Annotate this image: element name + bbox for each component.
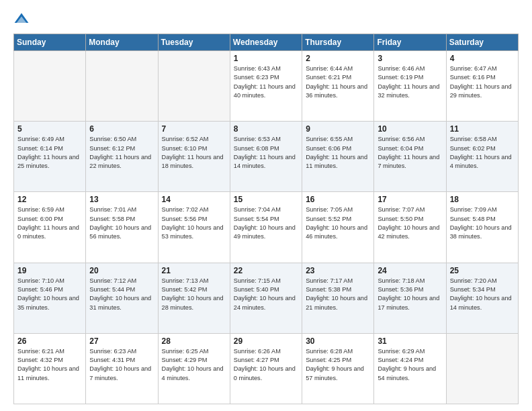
day-info: Sunrise: 6:26 AM Sunset: 4:27 PM Dayligh… bbox=[234, 347, 298, 383]
day-number: 25 bbox=[450, 266, 515, 275]
day-info: Sunrise: 7:20 AM Sunset: 5:34 PM Dayligh… bbox=[450, 277, 515, 312]
day-header-saturday: Saturday bbox=[446, 34, 518, 51]
day-cell: 23Sunrise: 7:17 AM Sunset: 5:38 PM Dayli… bbox=[302, 263, 374, 333]
day-info: Sunrise: 6:49 AM Sunset: 6:14 PM Dayligh… bbox=[17, 135, 82, 171]
day-cell: 26Sunrise: 6:21 AM Sunset: 4:32 PM Dayli… bbox=[14, 333, 86, 404]
day-cell: 19Sunrise: 7:10 AM Sunset: 5:46 PM Dayli… bbox=[14, 263, 86, 333]
day-number: 6 bbox=[89, 124, 154, 134]
day-cell: 3Sunrise: 6:46 AM Sunset: 6:19 PM Daylig… bbox=[374, 51, 446, 122]
day-cell: 21Sunrise: 7:13 AM Sunset: 5:42 PM Dayli… bbox=[158, 263, 230, 333]
week-row-1: 1Sunrise: 6:43 AM Sunset: 6:23 PM Daylig… bbox=[14, 51, 519, 122]
day-info: Sunrise: 6:55 AM Sunset: 6:06 PM Dayligh… bbox=[306, 135, 370, 171]
day-cell: 20Sunrise: 7:12 AM Sunset: 5:44 PM Dayli… bbox=[86, 263, 158, 333]
day-number: 15 bbox=[234, 195, 298, 204]
day-info: Sunrise: 6:25 AM Sunset: 4:29 PM Dayligh… bbox=[162, 347, 226, 383]
day-info: Sunrise: 6:21 AM Sunset: 4:32 PM Dayligh… bbox=[17, 347, 82, 383]
day-info: Sunrise: 6:50 AM Sunset: 6:12 PM Dayligh… bbox=[89, 135, 154, 171]
day-number: 2 bbox=[306, 54, 370, 63]
day-info: Sunrise: 6:44 AM Sunset: 6:21 PM Dayligh… bbox=[306, 64, 370, 100]
day-header-sunday: Sunday bbox=[14, 34, 86, 51]
day-info: Sunrise: 7:15 AM Sunset: 5:40 PM Dayligh… bbox=[234, 277, 298, 312]
day-header-monday: Monday bbox=[86, 34, 158, 51]
day-number: 17 bbox=[378, 195, 442, 204]
day-info: Sunrise: 6:43 AM Sunset: 6:23 PM Dayligh… bbox=[234, 64, 298, 100]
day-cell bbox=[14, 51, 86, 122]
day-number: 23 bbox=[306, 266, 370, 275]
day-cell: 28Sunrise: 6:25 AM Sunset: 4:29 PM Dayli… bbox=[158, 333, 230, 404]
day-number: 8 bbox=[234, 124, 298, 134]
day-number: 22 bbox=[234, 266, 298, 275]
day-cell: 15Sunrise: 7:04 AM Sunset: 5:54 PM Dayli… bbox=[230, 192, 302, 263]
day-cell: 16Sunrise: 7:05 AM Sunset: 5:52 PM Dayli… bbox=[302, 192, 374, 263]
day-header-tuesday: Tuesday bbox=[158, 34, 230, 51]
day-info: Sunrise: 7:02 AM Sunset: 5:56 PM Dayligh… bbox=[162, 205, 226, 241]
day-info: Sunrise: 7:18 AM Sunset: 5:36 PM Dayligh… bbox=[378, 277, 442, 312]
day-info: Sunrise: 7:01 AM Sunset: 5:58 PM Dayligh… bbox=[89, 205, 154, 241]
day-header-thursday: Thursday bbox=[302, 34, 374, 51]
day-cell: 7Sunrise: 6:52 AM Sunset: 6:10 PM Daylig… bbox=[158, 122, 230, 192]
day-info: Sunrise: 7:13 AM Sunset: 5:42 PM Dayligh… bbox=[162, 277, 226, 312]
day-number: 24 bbox=[378, 266, 442, 275]
day-number: 29 bbox=[234, 336, 298, 346]
day-info: Sunrise: 6:23 AM Sunset: 4:31 PM Dayligh… bbox=[89, 347, 154, 383]
day-info: Sunrise: 7:17 AM Sunset: 5:38 PM Dayligh… bbox=[306, 277, 370, 312]
day-cell: 22Sunrise: 7:15 AM Sunset: 5:40 PM Dayli… bbox=[230, 263, 302, 333]
day-cell: 13Sunrise: 7:01 AM Sunset: 5:58 PM Dayli… bbox=[86, 192, 158, 263]
day-cell: 5Sunrise: 6:49 AM Sunset: 6:14 PM Daylig… bbox=[14, 122, 86, 192]
day-cell: 24Sunrise: 7:18 AM Sunset: 5:36 PM Dayli… bbox=[374, 263, 446, 333]
day-cell bbox=[446, 333, 518, 404]
day-info: Sunrise: 7:04 AM Sunset: 5:54 PM Dayligh… bbox=[234, 205, 298, 241]
day-header-wednesday: Wednesday bbox=[230, 34, 302, 51]
day-cell: 27Sunrise: 6:23 AM Sunset: 4:31 PM Dayli… bbox=[86, 333, 158, 404]
day-number: 12 bbox=[17, 195, 82, 204]
day-number: 31 bbox=[378, 336, 442, 346]
day-info: Sunrise: 6:28 AM Sunset: 4:25 PM Dayligh… bbox=[306, 347, 370, 383]
day-cell: 8Sunrise: 6:53 AM Sunset: 6:08 PM Daylig… bbox=[230, 122, 302, 192]
day-info: Sunrise: 7:07 AM Sunset: 5:50 PM Dayligh… bbox=[378, 205, 442, 241]
day-info: Sunrise: 6:56 AM Sunset: 6:04 PM Dayligh… bbox=[378, 135, 442, 171]
day-cell: 25Sunrise: 7:20 AM Sunset: 5:34 PM Dayli… bbox=[446, 263, 518, 333]
day-number: 21 bbox=[162, 266, 226, 275]
day-cell: 18Sunrise: 7:09 AM Sunset: 5:48 PM Dayli… bbox=[446, 192, 518, 263]
day-info: Sunrise: 6:47 AM Sunset: 6:16 PM Dayligh… bbox=[450, 64, 515, 100]
day-info: Sunrise: 6:52 AM Sunset: 6:10 PM Dayligh… bbox=[162, 135, 226, 171]
day-cell: 6Sunrise: 6:50 AM Sunset: 6:12 PM Daylig… bbox=[86, 122, 158, 192]
day-cell: 12Sunrise: 6:59 AM Sunset: 6:00 PM Dayli… bbox=[14, 192, 86, 263]
header bbox=[13, 12, 519, 28]
day-number: 20 bbox=[89, 266, 154, 275]
day-number: 7 bbox=[162, 124, 226, 134]
day-header-friday: Friday bbox=[374, 34, 446, 51]
day-cell: 31Sunrise: 6:29 AM Sunset: 4:24 PM Dayli… bbox=[374, 333, 446, 404]
day-info: Sunrise: 7:12 AM Sunset: 5:44 PM Dayligh… bbox=[89, 277, 154, 312]
day-cell: 11Sunrise: 6:58 AM Sunset: 6:02 PM Dayli… bbox=[446, 122, 518, 192]
day-cell: 29Sunrise: 6:26 AM Sunset: 4:27 PM Dayli… bbox=[230, 333, 302, 404]
week-row-5: 26Sunrise: 6:21 AM Sunset: 4:32 PM Dayli… bbox=[14, 333, 519, 404]
day-cell: 17Sunrise: 7:07 AM Sunset: 5:50 PM Dayli… bbox=[374, 192, 446, 263]
page: SundayMondayTuesdayWednesdayThursdayFrid… bbox=[0, 0, 532, 411]
day-cell: 10Sunrise: 6:56 AM Sunset: 6:04 PM Dayli… bbox=[374, 122, 446, 192]
day-number: 11 bbox=[450, 124, 515, 134]
day-info: Sunrise: 7:05 AM Sunset: 5:52 PM Dayligh… bbox=[306, 205, 370, 241]
day-number: 10 bbox=[378, 124, 442, 134]
day-info: Sunrise: 6:59 AM Sunset: 6:00 PM Dayligh… bbox=[17, 205, 82, 241]
day-number: 1 bbox=[234, 54, 298, 63]
day-number: 14 bbox=[162, 195, 226, 204]
calendar: SundayMondayTuesdayWednesdayThursdayFrid… bbox=[13, 34, 519, 404]
day-number: 27 bbox=[89, 336, 154, 346]
day-number: 4 bbox=[450, 54, 515, 63]
week-row-2: 5Sunrise: 6:49 AM Sunset: 6:14 PM Daylig… bbox=[14, 122, 519, 192]
day-cell: 14Sunrise: 7:02 AM Sunset: 5:56 PM Dayli… bbox=[158, 192, 230, 263]
day-number: 16 bbox=[306, 195, 370, 204]
day-number: 19 bbox=[17, 266, 82, 275]
day-cell bbox=[158, 51, 230, 122]
day-number: 28 bbox=[162, 336, 226, 346]
week-row-3: 12Sunrise: 6:59 AM Sunset: 6:00 PM Dayli… bbox=[14, 192, 519, 263]
day-info: Sunrise: 7:10 AM Sunset: 5:46 PM Dayligh… bbox=[17, 277, 82, 312]
day-number: 9 bbox=[306, 124, 370, 134]
day-number: 5 bbox=[17, 124, 82, 134]
day-cell: 1Sunrise: 6:43 AM Sunset: 6:23 PM Daylig… bbox=[230, 51, 302, 122]
day-info: Sunrise: 6:29 AM Sunset: 4:24 PM Dayligh… bbox=[378, 347, 442, 383]
day-cell bbox=[86, 51, 158, 122]
day-number: 26 bbox=[17, 336, 82, 346]
week-row-4: 19Sunrise: 7:10 AM Sunset: 5:46 PM Dayli… bbox=[14, 263, 519, 333]
